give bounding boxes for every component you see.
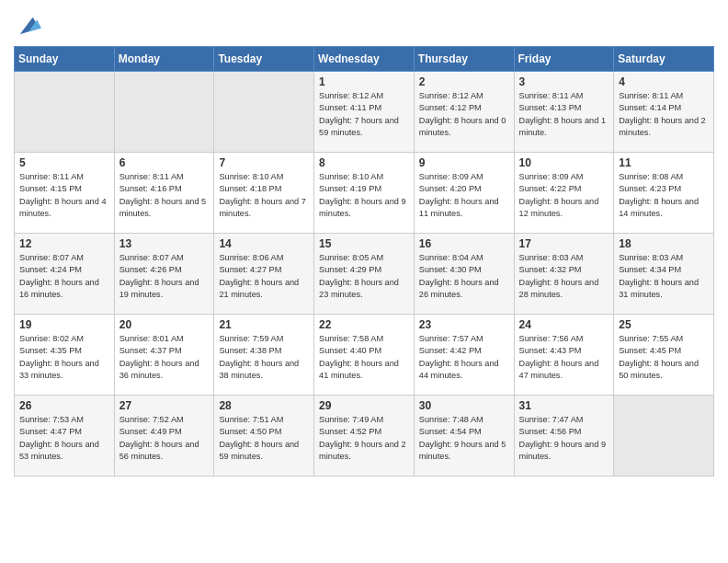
calendar-cell: 23Sunrise: 7:57 AM Sunset: 4:42 PM Dayli…: [414, 315, 514, 396]
day-info: Sunrise: 7:58 AM Sunset: 4:40 PM Dayligh…: [319, 333, 409, 382]
day-number: 24: [519, 318, 609, 331]
calendar-cell: 14Sunrise: 8:06 AM Sunset: 4:27 PM Dayli…: [214, 234, 314, 315]
calendar-week-row: 5Sunrise: 8:11 AM Sunset: 4:15 PM Daylig…: [15, 153, 714, 234]
day-info: Sunrise: 8:11 AM Sunset: 4:14 PM Dayligh…: [619, 90, 709, 139]
weekday-header: Friday: [514, 47, 614, 72]
calendar-cell: 22Sunrise: 7:58 AM Sunset: 4:40 PM Dayli…: [314, 315, 415, 396]
calendar-cell: 15Sunrise: 8:05 AM Sunset: 4:29 PM Dayli…: [314, 234, 415, 315]
day-number: 28: [219, 399, 309, 412]
calendar-cell: 1Sunrise: 8:12 AM Sunset: 4:11 PM Daylig…: [314, 72, 415, 153]
day-info: Sunrise: 8:11 AM Sunset: 4:16 PM Dayligh…: [119, 171, 210, 220]
day-number: 17: [519, 237, 609, 250]
day-number: 22: [319, 318, 409, 331]
day-info: Sunrise: 7:55 AM Sunset: 4:45 PM Dayligh…: [619, 333, 709, 382]
day-number: 18: [619, 237, 709, 250]
day-number: 10: [519, 156, 609, 169]
calendar-week-row: 1Sunrise: 8:12 AM Sunset: 4:11 PM Daylig…: [15, 72, 714, 153]
calendar-cell: 18Sunrise: 8:03 AM Sunset: 4:34 PM Dayli…: [614, 234, 714, 315]
day-number: 7: [219, 156, 309, 169]
calendar-cell: 7Sunrise: 8:10 AM Sunset: 4:18 PM Daylig…: [214, 153, 314, 234]
day-number: 25: [619, 318, 709, 331]
calendar-cell: 10Sunrise: 8:09 AM Sunset: 4:22 PM Dayli…: [514, 153, 614, 234]
day-info: Sunrise: 8:10 AM Sunset: 4:19 PM Dayligh…: [319, 171, 409, 220]
calendar-cell: 11Sunrise: 8:08 AM Sunset: 4:23 PM Dayli…: [614, 153, 714, 234]
day-info: Sunrise: 7:51 AM Sunset: 4:50 PM Dayligh…: [219, 414, 309, 463]
day-info: Sunrise: 8:12 AM Sunset: 4:11 PM Dayligh…: [319, 90, 409, 139]
calendar-cell: 13Sunrise: 8:07 AM Sunset: 4:26 PM Dayli…: [114, 234, 214, 315]
day-number: 3: [519, 75, 609, 88]
day-info: Sunrise: 7:57 AM Sunset: 4:42 PM Dayligh…: [419, 333, 509, 382]
day-number: 11: [619, 156, 709, 169]
day-info: Sunrise: 8:08 AM Sunset: 4:23 PM Dayligh…: [619, 171, 709, 220]
day-info: Sunrise: 8:10 AM Sunset: 4:18 PM Dayligh…: [219, 171, 309, 220]
day-info: Sunrise: 8:09 AM Sunset: 4:20 PM Dayligh…: [419, 171, 509, 220]
logo-icon: [16, 13, 41, 39]
calendar-cell: [114, 72, 214, 153]
day-info: Sunrise: 8:11 AM Sunset: 4:15 PM Dayligh…: [19, 171, 109, 220]
day-number: 27: [119, 399, 210, 412]
weekday-header: Sunday: [15, 47, 115, 72]
calendar-week-row: 26Sunrise: 7:53 AM Sunset: 4:47 PM Dayli…: [15, 396, 714, 477]
day-number: 15: [319, 237, 409, 250]
calendar-table: SundayMondayTuesdayWednesdayThursdayFrid…: [14, 46, 714, 477]
day-number: 23: [419, 318, 509, 331]
calendar-cell: [614, 396, 714, 477]
calendar-cell: 9Sunrise: 8:09 AM Sunset: 4:20 PM Daylig…: [414, 153, 514, 234]
calendar-cell: 28Sunrise: 7:51 AM Sunset: 4:50 PM Dayli…: [214, 396, 314, 477]
calendar-cell: 17Sunrise: 8:03 AM Sunset: 4:32 PM Dayli…: [514, 234, 614, 315]
calendar-cell: 6Sunrise: 8:11 AM Sunset: 4:16 PM Daylig…: [114, 153, 214, 234]
calendar-cell: 31Sunrise: 7:47 AM Sunset: 4:56 PM Dayli…: [514, 396, 614, 477]
calendar-cell: 26Sunrise: 7:53 AM Sunset: 4:47 PM Dayli…: [15, 396, 115, 477]
calendar-cell: 5Sunrise: 8:11 AM Sunset: 4:15 PM Daylig…: [15, 153, 115, 234]
calendar-cell: 8Sunrise: 8:10 AM Sunset: 4:19 PM Daylig…: [314, 153, 415, 234]
day-number: 4: [619, 75, 709, 88]
calendar-cell: 16Sunrise: 8:04 AM Sunset: 4:30 PM Dayli…: [414, 234, 514, 315]
day-number: 19: [19, 318, 109, 331]
day-info: Sunrise: 8:06 AM Sunset: 4:27 PM Dayligh…: [219, 252, 309, 301]
day-info: Sunrise: 7:59 AM Sunset: 4:38 PM Dayligh…: [219, 333, 309, 382]
day-info: Sunrise: 8:09 AM Sunset: 4:22 PM Dayligh…: [519, 171, 609, 220]
weekday-header: Tuesday: [214, 47, 314, 72]
day-number: 9: [419, 156, 509, 169]
calendar-cell: 27Sunrise: 7:52 AM Sunset: 4:49 PM Dayli…: [114, 396, 214, 477]
calendar-cell: 3Sunrise: 8:11 AM Sunset: 4:13 PM Daylig…: [514, 72, 614, 153]
day-info: Sunrise: 8:11 AM Sunset: 4:13 PM Dayligh…: [519, 90, 609, 139]
day-number: 20: [119, 318, 210, 331]
day-info: Sunrise: 8:12 AM Sunset: 4:12 PM Dayligh…: [419, 90, 509, 139]
day-number: 21: [219, 318, 309, 331]
calendar-cell: 19Sunrise: 8:02 AM Sunset: 4:35 PM Dayli…: [15, 315, 115, 396]
calendar-cell: 30Sunrise: 7:48 AM Sunset: 4:54 PM Dayli…: [414, 396, 514, 477]
day-info: Sunrise: 7:56 AM Sunset: 4:43 PM Dayligh…: [519, 333, 609, 382]
day-info: Sunrise: 7:48 AM Sunset: 4:54 PM Dayligh…: [419, 414, 509, 463]
page-header: [14, 9, 714, 39]
day-number: 30: [419, 399, 509, 412]
day-number: 13: [119, 237, 210, 250]
calendar-cell: 25Sunrise: 7:55 AM Sunset: 4:45 PM Dayli…: [614, 315, 714, 396]
day-info: Sunrise: 8:04 AM Sunset: 4:30 PM Dayligh…: [419, 252, 509, 301]
calendar-week-row: 19Sunrise: 8:02 AM Sunset: 4:35 PM Dayli…: [15, 315, 714, 396]
calendar-cell: 2Sunrise: 8:12 AM Sunset: 4:12 PM Daylig…: [414, 72, 514, 153]
day-number: 31: [519, 399, 609, 412]
logo: [14, 13, 41, 39]
day-number: 1: [319, 75, 409, 88]
calendar-cell: 4Sunrise: 8:11 AM Sunset: 4:14 PM Daylig…: [614, 72, 714, 153]
weekday-header: Wednesday: [314, 47, 415, 72]
day-number: 6: [119, 156, 210, 169]
day-number: 5: [19, 156, 109, 169]
calendar-cell: 21Sunrise: 7:59 AM Sunset: 4:38 PM Dayli…: [214, 315, 314, 396]
calendar-week-row: 12Sunrise: 8:07 AM Sunset: 4:24 PM Dayli…: [15, 234, 714, 315]
weekday-header: Saturday: [614, 47, 714, 72]
calendar-cell: 24Sunrise: 7:56 AM Sunset: 4:43 PM Dayli…: [514, 315, 614, 396]
day-number: 26: [19, 399, 109, 412]
day-info: Sunrise: 8:05 AM Sunset: 4:29 PM Dayligh…: [319, 252, 409, 301]
calendar-cell: 12Sunrise: 8:07 AM Sunset: 4:24 PM Dayli…: [15, 234, 115, 315]
day-info: Sunrise: 8:07 AM Sunset: 4:26 PM Dayligh…: [119, 252, 210, 301]
day-info: Sunrise: 7:53 AM Sunset: 4:47 PM Dayligh…: [19, 414, 109, 463]
day-number: 29: [319, 399, 409, 412]
day-number: 12: [19, 237, 109, 250]
day-info: Sunrise: 7:47 AM Sunset: 4:56 PM Dayligh…: [519, 414, 609, 463]
day-info: Sunrise: 8:01 AM Sunset: 4:37 PM Dayligh…: [119, 333, 210, 382]
day-info: Sunrise: 7:49 AM Sunset: 4:52 PM Dayligh…: [319, 414, 409, 463]
calendar-cell: [15, 72, 115, 153]
day-info: Sunrise: 8:03 AM Sunset: 4:32 PM Dayligh…: [519, 252, 609, 301]
